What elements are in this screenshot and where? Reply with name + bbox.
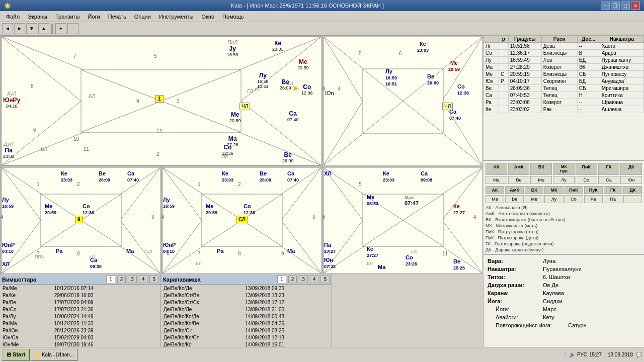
vim-row-5[interactable]: Ра/Ма10/12/2025 11:33 [1,320,160,327]
rasi-chart[interactable]: 1 ПиЛ Jу 16:59 Ке 23:03 Me 20:59 [0,35,322,166]
planet-row-8: Ра23:03:08Козерог--Шравана [484,99,644,106]
vim-cell-7-0: Юн/Са [1,334,52,341]
planet-ve-bottom: Ве 26:09 [282,151,294,163]
menu-print[interactable]: Печать [104,13,130,21]
planet-yunr-main: АуЛ ЮнРу 04:10 [3,91,20,109]
kara-row-3[interactable]: Де/Ве/Ко/Ле13/09/2018 21:00 [162,306,332,313]
menu-transits[interactable]: Транзиты [51,13,84,21]
tithi-value: 6. Шаштхи [543,274,570,280]
kara-row-4[interactable]: Де/Ве/Ко/Ко/Де14/09/2018 00:48 [162,313,332,320]
vim-cell-4-1: 10/06/2024 14:49 [52,313,160,320]
d3-h1: 1 [37,182,40,187]
taskbar-time: 15:27 [589,352,602,357]
taskbar-right: 🔊 РУС 15:27 13.09.2018 💬 [566,352,642,357]
kara-row-6[interactable]: Де/Ве/Ко/Ск14/09/2018 08:25 [162,327,332,334]
tithi-row: Титхи: 6. Шаштхи [488,274,640,280]
vim-row-2[interactable]: Ра/Ве17/07/2020 04:09 [1,299,160,306]
repeat-label: Повторяющийся йога: [488,322,568,328]
kara-row-7[interactable]: Де/Ве/Ко/Ко/Ст14/09/2018 12:13 [162,334,332,341]
bk-h2: БК [525,186,543,194]
planet-cell-4-0: Ме [484,71,499,78]
planet-cell-5-5: Анурадха [600,78,643,85]
planet-cell-3-4: ЭК [577,64,600,71]
toolbar-prev[interactable]: ◄ [2,23,13,34]
menu-instruments[interactable]: Инструменты [155,13,198,21]
vim-row-0[interactable]: Ра/Ме10/12/2016 07:14 [1,285,160,292]
vim-tab-1[interactable]: 1 [106,276,115,283]
toolbar-zoom-in[interactable]: + [55,23,66,34]
d9-h7: 7 [198,251,201,256]
menu-yogas[interactable]: Йоги [84,13,104,21]
yogi-value: Марс [543,306,556,312]
kara-tab-5[interactable]: 5 [320,276,330,283]
vim-cell-3-0: Ра/Со [1,306,52,313]
toolbar-down[interactable]: ▼ [26,23,37,34]
kara-cell-1-0: Де/Ве/Ко/Ст/Ве [162,292,243,299]
navamsha-chart[interactable]: Ке23:03 Мe20:59 Лу16:5910:51 Ве26:09 Со1… [322,35,483,166]
cursor-indicator: ➤ [292,83,299,93]
yoga-label: Йога: [488,298,543,304]
vim-row-4[interactable]: Ра/Лу10/06/2024 14:49 [1,313,160,320]
d9-h3: 3 [312,214,315,220]
menu-options[interactable]: Опции [130,13,155,21]
kara-tab-2[interactable]: 2 [288,276,297,283]
mru-d12: Мри07:47 [405,194,419,206]
d3-h4: 4 [1,214,4,220]
toolbar-up[interactable]: ▲ [38,23,49,34]
kara-tab-1[interactable]: 1 [277,276,286,283]
menu-help[interactable]: Помощь [218,13,248,21]
taskbar-kala[interactable]: 🌟 Kala - [Илон... [31,349,77,361]
menu-screens[interactable]: Экраны [24,13,51,21]
kara-tab-4[interactable]: 4 [310,276,319,283]
ra-d9: Ра [217,248,223,254]
dk-v2 [623,195,642,203]
planets-table-container[interactable]: р Градусы Раси Дос... Накшатра Лг10:51:5… [484,35,644,161]
menu-window[interactable]: Окно [197,13,218,21]
kara-row-0[interactable]: Де/Ве/Ко/Де13/09/2018 09:35 [162,285,332,292]
kara-row-2[interactable]: Де/Ве/Ко/Ст/Ск13/09/2018 17:12 [162,299,332,306]
nakshatra-value: Пурвапхалгуни [543,266,582,272]
right-panel: р Градусы Раси Дос... Накшатра Лг10:51:5… [483,35,644,347]
d9-h9: 9 [281,251,284,256]
vim-row-6[interactable]: Ра/Юн28/12/2026 23:39 [1,327,160,334]
vim-tab-4[interactable]: 4 [139,276,148,283]
vim-tab-5[interactable]: 5 [149,276,158,283]
restore-button[interactable]: ❐ [611,2,620,10]
vim-tab-2[interactable]: 2 [117,276,126,283]
chart-d9[interactable]: Ке23:03 Ве26:09 Са07:40 Лу16:59 Ме20:59 … [161,166,322,274]
planet-cell-8-3: Козерог [541,99,577,106]
planet-cell-9-2: 23:03:02 [508,106,541,113]
kara-row-5[interactable]: Де/Ве/Ко/Ко/Ве14/09/2018 04:36 [162,320,332,327]
toolbar-zoom-out[interactable]: - [67,23,78,34]
vim-row-3[interactable]: Ра/Со17/07/2023 21:36 [1,306,160,313]
notification-icon[interactable]: 💬 [636,352,642,357]
planet-cell-5-4: БД [577,78,600,85]
chart-d12[interactable]: ХЛ Ке23:03 Са09:08 Ме08:53 Мри07:47 Ке27… [322,166,483,274]
start-button[interactable]: ⊞ Start [2,349,30,361]
chart-d3[interactable]: Ке23:03 Ве26:09 Са07:40 Лу16:59 Ме20:59 … [0,166,161,274]
kara-row-1[interactable]: Де/Ве/Ко/Ст/Ве13/09/2018 13:23 [162,292,332,299]
bottom-charts-row: Ке23:03 Ве26:09 Са07:40 Лу16:59 Ме20:59 … [0,166,483,274]
planet-cell-0-1 [499,43,508,50]
vim-row-7[interactable]: Юн/Са15/02/2029 04:03 [1,334,160,341]
taskbar: ⊞ Start 🌟 Kala - [Илон... 🔊 РУС 15:27 13… [0,347,644,362]
kara-tab-3[interactable]: 3 [299,276,308,283]
planet-cell-9-4: -- [577,106,600,113]
d9-h2: 2 [238,182,241,187]
kara-cell-0-1: 13/09/2018 09:35 [243,285,332,292]
vim-row-1[interactable]: Ра/Ке29/06/2019 16:03 [1,292,160,299]
vimshottari-header: Вимшоттара 1 2 3 4 5 [0,275,160,285]
house-9-label: 9 [136,99,139,104]
planet-cell-6-0: Ве [484,85,499,92]
menu-file[interactable]: Файл [2,13,24,21]
systray: 🔊 РУС 15:27 [566,352,605,357]
vim-cell-6-1: 28/12/2026 23:39 [52,327,160,334]
maximize-button[interactable]: □ [621,2,630,10]
gl-label-2: ГЛ [255,87,260,92]
vim-tab-3[interactable]: 3 [128,276,137,283]
close-button[interactable]: ✕ [631,2,640,10]
vim-cell-5-0: Ра/Ма [1,320,52,327]
minimize-button[interactable]: ─ [601,2,610,10]
toolbar-next[interactable]: ► [14,23,25,34]
vim-cell-1-0: Ра/Ке [1,292,52,299]
